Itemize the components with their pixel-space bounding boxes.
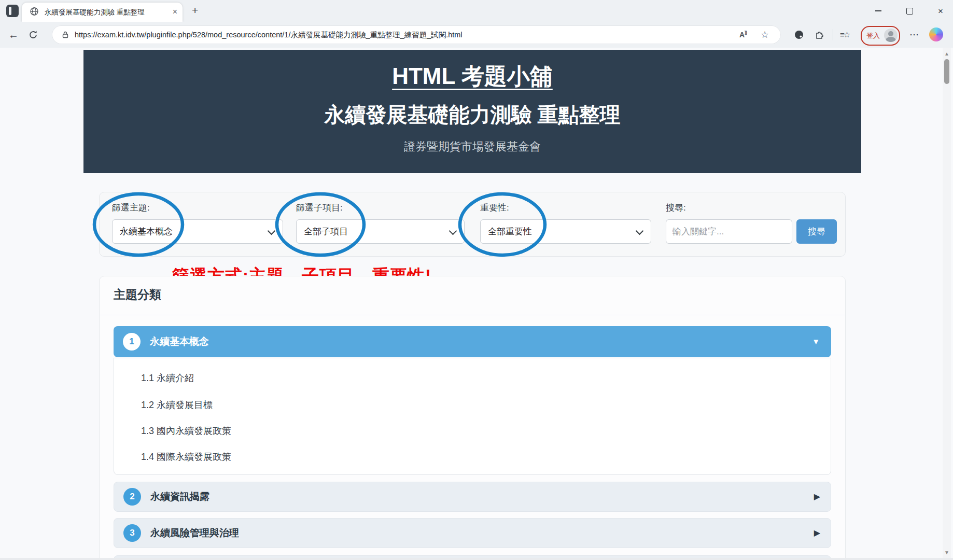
caret-down-icon: ▼ bbox=[812, 326, 820, 357]
site-title: HTML 考題小舖 bbox=[83, 61, 861, 92]
search-button[interactable]: 搜尋 bbox=[796, 219, 837, 244]
subitem-select-value: 全部子項目 bbox=[304, 227, 348, 236]
window-bottom-edge bbox=[0, 558, 953, 560]
copilot-icon[interactable] bbox=[929, 27, 943, 41]
extensions-puzzle-icon[interactable] bbox=[812, 27, 828, 43]
topic-bar-1[interactable]: 1 永續基本概念 ▼ bbox=[114, 326, 831, 357]
new-tab-button[interactable]: + bbox=[192, 0, 198, 22]
browser-toolbar: ← https://exam.kt.idv.tw/pluginfile.php/… bbox=[0, 22, 953, 48]
maximize-button[interactable] bbox=[897, 0, 922, 22]
topic-number-badge: 2 bbox=[123, 488, 141, 506]
subitem-select[interactable]: 全部子項目 bbox=[296, 219, 465, 244]
signin-label: 登入 bbox=[866, 31, 880, 40]
globe-icon bbox=[30, 7, 39, 18]
browser-tab[interactable]: 永續發展基礎能力測驗 重點整理 × bbox=[22, 3, 183, 22]
subitem-row[interactable]: 1.4 國際永續發展政策 bbox=[114, 443, 831, 470]
minimize-button[interactable] bbox=[866, 0, 891, 22]
importance-select-value: 全部重要性 bbox=[488, 227, 532, 236]
page-viewport: HTML 考題小舖 永續發展基礎能力測驗 重點整理 證券暨期貨市場發展基金會 篩… bbox=[0, 48, 953, 560]
scroll-up-icon[interactable]: ▲ bbox=[943, 50, 951, 58]
refresh-icon[interactable] bbox=[25, 22, 41, 48]
topics-card: 主題分類 1 永續基本概念 ▼ 1.1 永續介紹 1.2 永續發展目標 1.3 … bbox=[99, 276, 846, 560]
url-text: https://exam.kt.idv.tw/pluginfile.php/52… bbox=[75, 25, 733, 44]
search-label: 搜尋: bbox=[666, 202, 686, 214]
page-header: HTML 考題小舖 永續發展基礎能力測驗 重點整理 證券暨期貨市場發展基金會 bbox=[83, 50, 861, 173]
panel-title: 主題分類 bbox=[114, 287, 161, 303]
browser-tab-bar: 永續發展基礎能力測驗 重點整理 × + × bbox=[0, 0, 953, 22]
topic-select-value: 永續基本概念 bbox=[120, 227, 173, 236]
url-bar[interactable]: https://exam.kt.idv.tw/pluginfile.php/52… bbox=[52, 25, 781, 44]
topic-bar-2[interactable]: 2 永續資訊揭露 ▶ bbox=[114, 482, 831, 512]
org-subtitle: 證券暨期貨市場發展基金會 bbox=[83, 139, 861, 155]
profile-signin-button[interactable]: 登入 bbox=[861, 26, 900, 46]
topic-number-badge: 1 bbox=[123, 333, 141, 351]
topic-1-subitems: 1.1 永續介紹 1.2 永續發展目標 1.3 國內永續發展政策 1.4 國際永… bbox=[114, 358, 831, 475]
chevron-down-icon bbox=[268, 227, 276, 235]
topic-number-badge: 3 bbox=[123, 524, 141, 542]
subitem-filter-label: 篩選子項目: bbox=[296, 202, 343, 214]
topic-bar-3[interactable]: 3 永續風險管理與治理 ▶ bbox=[114, 518, 831, 548]
tab-title: 永續發展基礎能力測驗 重點整理 bbox=[45, 3, 169, 22]
toolbar-divider bbox=[833, 29, 833, 40]
chevron-down-icon bbox=[636, 227, 644, 235]
tab-actions-icon[interactable] bbox=[6, 5, 19, 17]
caret-right-icon: ▶ bbox=[814, 519, 820, 548]
chevron-down-icon bbox=[449, 227, 457, 235]
favorites-icon[interactable]: ≡☆ bbox=[837, 27, 852, 43]
extension-icon[interactable] bbox=[791, 27, 807, 43]
subitem-row[interactable]: 1.3 國內永續發展政策 bbox=[114, 417, 831, 444]
close-button[interactable]: × bbox=[928, 0, 953, 22]
search-input[interactable] bbox=[666, 219, 792, 244]
filter-card: 篩選主題: 篩選子項目: 重要性: 搜尋: 永續基本概念 全部子項目 全部重要性… bbox=[99, 192, 846, 257]
topic-label: 永續風險管理與治理 bbox=[150, 519, 239, 548]
topic-filter-label: 篩選主題: bbox=[112, 202, 150, 214]
caret-right-icon: ▶ bbox=[814, 482, 820, 511]
avatar-icon bbox=[884, 29, 898, 42]
lock-icon bbox=[59, 25, 72, 44]
importance-filter-label: 重要性: bbox=[480, 202, 509, 214]
topic-label: 永續基本概念 bbox=[150, 326, 209, 357]
back-icon[interactable]: ← bbox=[5, 22, 22, 48]
importance-select[interactable]: 全部重要性 bbox=[480, 219, 651, 244]
scroll-down-icon[interactable]: ▼ bbox=[943, 549, 951, 557]
subitem-row[interactable]: 1.1 永續介紹 bbox=[114, 365, 831, 391]
scrollbar-track[interactable]: ▲ ▼ bbox=[943, 48, 951, 560]
subitem-row[interactable]: 1.2 永續發展目標 bbox=[114, 391, 831, 418]
more-menu-icon[interactable]: ⋯ bbox=[906, 27, 922, 43]
page-title: 永續發展基礎能力測驗 重點整理 bbox=[83, 101, 861, 129]
panel-divider bbox=[100, 315, 845, 315]
topic-select[interactable]: 永續基本概念 bbox=[112, 219, 283, 244]
favorite-star-icon[interactable]: ☆ bbox=[757, 25, 773, 44]
scrollbar-thumb[interactable] bbox=[944, 59, 949, 84]
topic-label: 永續資訊揭露 bbox=[150, 482, 209, 511]
tab-close-icon[interactable]: × bbox=[173, 3, 177, 22]
read-aloud-icon[interactable]: A)) bbox=[735, 25, 751, 44]
